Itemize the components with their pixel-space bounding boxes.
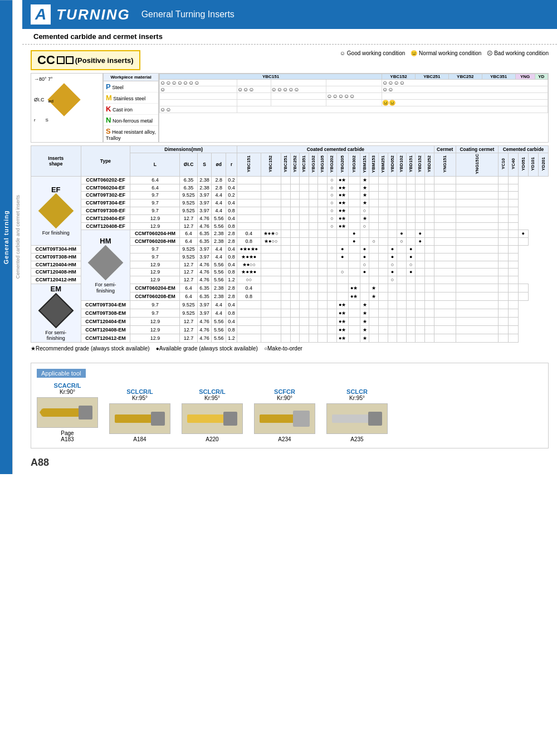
row-CCMT120404-EF: CCMT120404-EF 12.912.74.765.560.4 ○●★★ (31, 214, 549, 222)
group-HM-header: HM For semi-finishing CCMT060204-HM 6.46… (31, 230, 549, 238)
shape-HM-cell: HM For semi-finishing (81, 230, 130, 301)
svg-rect-6 (223, 412, 237, 426)
tool4-kr: Kr:90° (254, 395, 315, 401)
cc-positive: (Positive inserts) (75, 56, 134, 65)
col-coating-cermet: Coating cermet (456, 146, 498, 153)
col-YBM251: YBM251 (378, 153, 388, 177)
col-YBC152: YBC152 (261, 153, 281, 177)
shape-EM-cell: EM For semi-finishing (31, 284, 81, 343)
legend-footer: ★Recommended grade (always stock availab… (31, 345, 549, 352)
col-YBC251: YBC251 (281, 153, 290, 177)
shape-EF-cell: EF For finishing (31, 176, 81, 245)
page-number: A88 (31, 457, 549, 469)
sidebar-sub-label: Cemented carbide and cermet inserts (15, 196, 21, 279)
col-cemented: Cemented carbide (499, 146, 549, 153)
col-YD051: YD051 (518, 153, 528, 177)
smiley-grid: YBC151 YBC152 YBC251 YBC252 YBC351 YNG Y… (159, 73, 549, 143)
col-coated: Coated cemented carbide (237, 146, 434, 153)
good-cond: ☺ Good working condition (340, 50, 405, 56)
col-YBD152: YBD152 (416, 153, 425, 177)
tool2-img (109, 403, 170, 434)
col-inserts-shape: Insertsshape (31, 146, 81, 177)
col-S: S (197, 153, 212, 177)
tool1-img (37, 397, 98, 428)
row-CCMT09T304-EF: CCMT09T304-EF 9.79.5253.974.40.4 ○●★★ (31, 199, 549, 207)
tool3-img (182, 403, 243, 434)
coated-header: YBC151 (160, 74, 382, 80)
r-od: 2.8 (212, 176, 226, 184)
r-L: 6.4 (130, 176, 180, 184)
col-YBC351: YBC351 (300, 153, 309, 177)
tool3-page: A220 (182, 436, 243, 442)
col-YBG102: YBG102 (309, 153, 318, 177)
col-YBG302: YBG302 (348, 153, 360, 177)
page-header: A TURNING General Turning Inserts (22, 0, 557, 29)
col-YD101: YD101 (528, 153, 538, 177)
tool2-page: A184 (109, 436, 170, 442)
sidebar-general-turning: General turning (0, 0, 12, 474)
tool-SCACRL: SCACR/L Kr:90° Page A183 (37, 382, 98, 442)
tool5-kr: Kr:95° (326, 395, 388, 401)
workpiece-material-column: Workpiece material P Steel M Stainless s… (103, 73, 159, 143)
col-IC: ØI.C (180, 153, 197, 177)
col-YC40: YC40 (508, 153, 518, 177)
col-YBG205: YBG205 (336, 153, 348, 177)
row-CCMT120408-EF: CCMT120408-EF 12.912.74.765.560.8 ○●★○ (31, 222, 549, 230)
tool2-kr: Kr:95° (109, 395, 170, 401)
row-CCMT120412-EM: CCMT120412-EM 12.912.74.765.561.2 ●★★ (31, 334, 549, 343)
ef-for-label: For finishing (32, 230, 80, 236)
svg-marker-2 (40, 408, 42, 417)
tool1-page-label: Page (37, 430, 98, 436)
row-CCMT09T308-EF: CCMT09T308-EF 9.79.5253.974.40.8 ○●★○ (31, 207, 549, 215)
col-YBD102: YBD102 (397, 153, 407, 177)
row-CCMT09T302-EF: CCMT09T302-EF 9.79.5253.974.40.2 ○●★★ (31, 192, 549, 199)
header-title: TURNING (56, 6, 130, 23)
svg-rect-7 (260, 414, 296, 423)
group-EF-header: EF For finishing CCMT060202-EF 6.46.352.… (31, 176, 549, 184)
tool1-kr: Kr:90° (37, 389, 98, 395)
condition-legend: ☺ Good working condition 😐 Normal workin… (340, 50, 549, 56)
tool5-img (326, 403, 388, 434)
cc-sq2 (66, 56, 74, 64)
tool4-img (254, 403, 315, 434)
svg-rect-3 (115, 414, 154, 423)
legend-circle: ○Make-to-order (264, 345, 302, 352)
tool-SCLCRL-2: SCLCR/L Kr:95° A184 (109, 388, 170, 442)
subheader-text: Cemented carbide and cermet inserts (22, 29, 557, 45)
tool5-page: A235 (326, 436, 388, 442)
cc-label: CC (37, 53, 55, 67)
header-subtitle: General Turning Inserts (141, 9, 234, 19)
logo: A (31, 4, 51, 25)
sidebar-sub: Cemented carbide and cermet inserts (12, 0, 22, 474)
tool-SCLCRL-3: SCLCR/L Kr:95° A220 (182, 388, 243, 442)
cc-sq1 (57, 56, 65, 64)
tools-row: SCACR/L Kr:90° Page A183 SCLCR/L Kr:95° (37, 382, 543, 442)
col-YBD252: YBD252 (425, 153, 434, 177)
tool5-code: SCLCR (326, 388, 388, 395)
col-YBG202: YBG202 (328, 153, 337, 177)
tool4-page: A234 (254, 436, 315, 442)
col-YBD052: YBD052 (388, 153, 397, 177)
main-content: CC (Positive inserts) ☺ Good working con… (22, 45, 557, 474)
legend-filled: ●Available grade (always stock available… (156, 345, 258, 352)
col-YC10: YC10 (499, 153, 509, 177)
tool3-code: SCLCR/L (182, 388, 243, 395)
row-CCMT09T304-EM: CCMT09T304-EM 9.79.5253.974.40.4 ●★★ (31, 301, 549, 309)
svg-rect-0 (42, 408, 81, 417)
r-IC: 6.35 (180, 176, 197, 184)
applicable-tool-title: Applicable tool (37, 369, 86, 378)
tool-SCFCR: SCFCR Kr:90° A234 (254, 388, 315, 442)
em-diamond (38, 292, 74, 328)
insert-diagram: →80° 7° ØI.C ød r S (31, 73, 103, 143)
sidebar-label: General turning (3, 210, 9, 264)
svg-rect-8 (293, 411, 310, 427)
svg-rect-5 (187, 414, 226, 423)
col-YBD151: YBD151 (406, 153, 416, 177)
tool2-code: SCLCR/L (109, 388, 170, 395)
svg-rect-9 (332, 414, 371, 423)
ef-diamond (38, 193, 74, 229)
col-YBM151: YBM151 (360, 153, 369, 177)
svg-rect-10 (368, 412, 382, 426)
row-CCMT060202-EF-name: CCMT060202-EF (81, 176, 130, 184)
row-CCMT09T308-EM: CCMT09T308-EM 9.79.5253.974.40.8 ●★★ (31, 309, 549, 318)
